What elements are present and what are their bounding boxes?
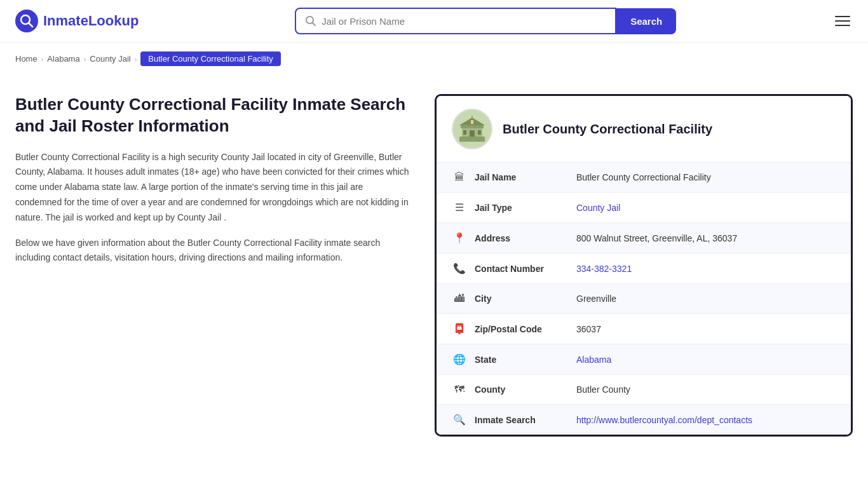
table-row: 🗺CountyButler County xyxy=(437,375,851,405)
row-label: County xyxy=(475,384,576,395)
row-label: Address xyxy=(475,233,576,243)
card-header: Butler County Correctional Facility xyxy=(437,96,851,163)
breadcrumb-sep-1: › xyxy=(41,55,44,63)
breadcrumb-county-jail[interactable]: County Jail xyxy=(90,54,130,64)
search-icon xyxy=(305,15,316,27)
facility-image xyxy=(452,109,492,149)
menu-line-1 xyxy=(835,16,850,17)
svg-line-1 xyxy=(29,23,32,27)
svg-rect-4 xyxy=(459,137,485,142)
logo-text: InmateLookup xyxy=(43,13,139,29)
table-row: 🏛Jail NameButler County Correctional Fac… xyxy=(437,163,851,193)
table-row: 🏙CityGreenville xyxy=(437,284,851,314)
row-value: 36037 xyxy=(576,324,601,334)
table-row: ☰Jail TypeCounty Jail xyxy=(437,193,851,223)
row-value: Butler County xyxy=(576,384,630,395)
table-row: 🔍Inmate Searchhttp://www.butlercountyal.… xyxy=(437,405,851,435)
breadcrumb-alabama[interactable]: Alabama xyxy=(47,54,79,64)
facility-card: Butler County Correctional Facility 🏛Jai… xyxy=(435,94,853,437)
svg-rect-10 xyxy=(478,130,481,135)
menu-line-3 xyxy=(835,25,850,26)
breadcrumb-home[interactable]: Home xyxy=(15,54,37,64)
row-value[interactable]: 334-382-3321 xyxy=(576,264,632,274)
header: InmateLookup Search xyxy=(0,0,868,43)
hamburger-menu-button[interactable] xyxy=(832,13,853,29)
breadcrumb: Home › Alabama › County Jail › Butler Co… xyxy=(0,43,868,75)
row-icon: ☰ xyxy=(452,201,467,214)
page-desc-1: Butler County Correctional Facility is a… xyxy=(15,150,409,226)
table-row: 📮Zip/Postal Code36037 xyxy=(437,314,851,344)
page-title: Butler County Correctional Facility Inma… xyxy=(15,94,409,137)
row-icon: 🏙 xyxy=(452,293,467,304)
breadcrumb-current: Butler County Correctional Facility xyxy=(140,51,281,66)
search-button[interactable]: Search xyxy=(616,8,676,34)
menu-line-2 xyxy=(835,20,850,22)
main-content: Butler County Correctional Facility Inma… xyxy=(0,75,868,456)
search-bar: Search xyxy=(295,8,676,34)
row-icon: 📮 xyxy=(452,323,467,335)
row-link[interactable]: 334-382-3321 xyxy=(576,264,632,274)
left-content: Butler County Correctional Facility Inma… xyxy=(15,94,409,437)
row-label: Zip/Postal Code xyxy=(475,324,576,334)
row-value[interactable]: Alabama xyxy=(576,355,611,365)
card-title: Butler County Correctional Facility xyxy=(503,122,712,137)
svg-rect-9 xyxy=(463,130,466,135)
row-icon: 🔍 xyxy=(452,414,467,426)
row-link[interactable]: Alabama xyxy=(576,355,611,365)
svg-line-3 xyxy=(313,23,316,26)
logo[interactable]: InmateLookup xyxy=(15,10,139,32)
breadcrumb-sep-3: › xyxy=(135,55,137,63)
row-icon: 📍 xyxy=(452,232,467,244)
row-label: Jail Name xyxy=(475,172,576,182)
table-row: 📞Contact Number334-382-3321 xyxy=(437,254,851,284)
table-row: 🌐StateAlabama xyxy=(437,344,851,375)
row-label: Jail Type xyxy=(475,203,576,213)
row-icon: 🌐 xyxy=(452,353,467,365)
row-icon: 📞 xyxy=(452,262,467,274)
svg-rect-8 xyxy=(470,130,475,137)
row-value: Butler County Correctional Facility xyxy=(576,172,711,182)
search-input[interactable] xyxy=(322,16,606,27)
row-label: State xyxy=(475,355,576,365)
row-value[interactable]: http://www.butlercountyal.com/dept_conta… xyxy=(576,415,752,425)
row-link[interactable]: County Jail xyxy=(576,203,620,213)
row-icon: 🏛 xyxy=(452,172,467,183)
table-row: 📍Address800 Walnut Street, Greenville, A… xyxy=(437,223,851,254)
row-label: Inmate Search xyxy=(475,415,576,425)
row-value[interactable]: County Jail xyxy=(576,203,620,213)
svg-rect-11 xyxy=(471,120,473,124)
row-value: Greenville xyxy=(576,294,616,304)
row-icon: 🗺 xyxy=(452,384,467,395)
row-label: City xyxy=(475,294,576,304)
logo-icon xyxy=(15,10,38,32)
svg-rect-6 xyxy=(461,125,484,128)
search-input-wrapper xyxy=(295,8,616,34)
row-value: 800 Walnut Street, Greenville, AL, 36037 xyxy=(576,233,737,243)
row-link[interactable]: http://www.butlercountyal.com/dept_conta… xyxy=(576,415,752,425)
info-rows: 🏛Jail NameButler County Correctional Fac… xyxy=(437,163,851,435)
breadcrumb-sep-2: › xyxy=(84,55,86,63)
page-desc-2: Below we have given information about th… xyxy=(15,236,409,266)
row-label: Contact Number xyxy=(475,264,576,274)
